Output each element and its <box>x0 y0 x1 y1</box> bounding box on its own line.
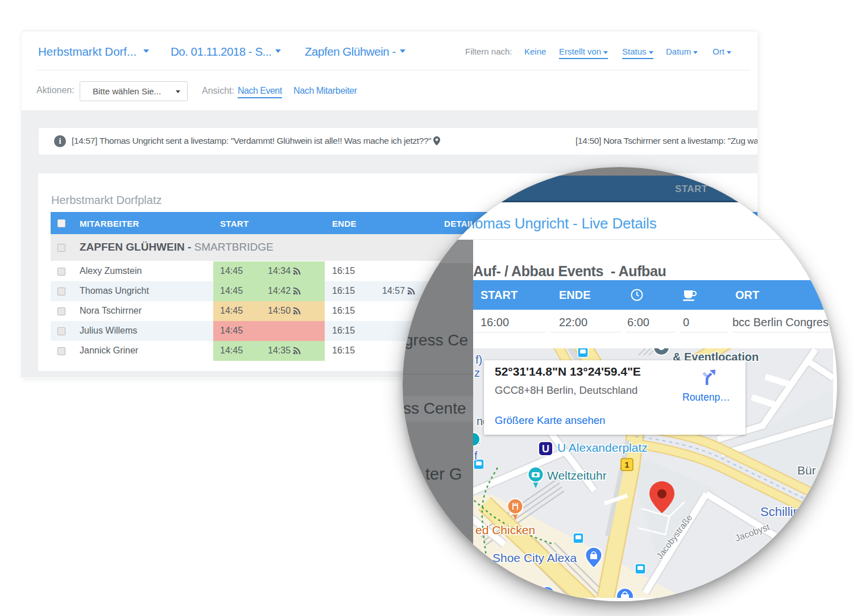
svg-text:Shoe City Alexa: Shoe City Alexa <box>492 551 577 564</box>
svg-text:Schillin: Schillin <box>760 505 800 519</box>
svg-text:f: f <box>474 449 478 462</box>
svg-text:Weltzeituhr: Weltzeituhr <box>547 469 607 482</box>
svg-text:Bür: Bür <box>797 464 816 477</box>
svg-text:U: U <box>542 443 549 455</box>
svg-text:ed Chicken: ed Chicken <box>475 523 535 536</box>
svg-text:z: z <box>474 367 480 379</box>
svg-text:1: 1 <box>624 460 629 469</box>
svg-text:f): f) <box>475 353 482 366</box>
svg-text:U Alexanderplatz: U Alexanderplatz <box>557 441 648 454</box>
